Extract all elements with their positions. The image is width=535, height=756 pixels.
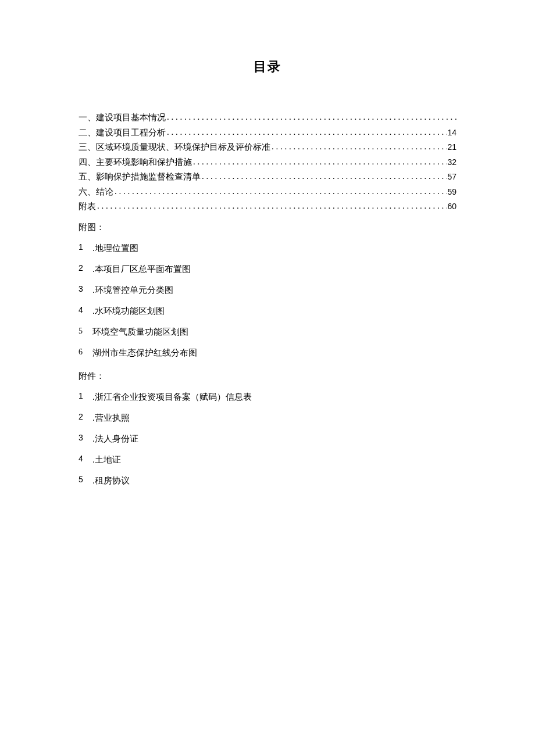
toc-label: 四、主要环境影响和保护措施 <box>79 155 192 170</box>
toc-label: 六、结论 <box>79 185 113 200</box>
table-of-contents: 一、建设项目基本情况 二、建设项目工程分析 14 三、区域环境质量现状、环境保护… <box>79 110 456 214</box>
toc-page-number: 57 <box>447 170 456 184</box>
document-page: 目录 一、建设项目基本情况 二、建设项目工程分析 14 三、区域环境质量现状、环… <box>0 0 535 491</box>
toc-entry: 四、主要环境影响和保护措施 32 <box>79 155 456 170</box>
toc-page-number: 32 <box>447 156 456 170</box>
list-item: 6 湖州市生态保护红线分布图 <box>79 342 456 363</box>
list-number: 5 <box>79 470 92 491</box>
toc-entry: 三、区域环境质量现状、环境保护目标及评价标准 21 <box>79 140 456 155</box>
toc-leader <box>166 110 456 125</box>
toc-leader <box>270 139 447 155</box>
toc-leader <box>201 169 447 184</box>
list-item: 3 .环境管控单元分类图 <box>79 280 456 300</box>
list-number: 1 <box>79 238 92 259</box>
list-text: .环境管控单元分类图 <box>92 280 456 300</box>
list-item: 1 .地理位置图 <box>79 238 456 259</box>
fujian-heading: 附件： <box>79 366 456 386</box>
list-text: .租房协议 <box>92 470 456 491</box>
toc-label: 五、影响保护措施监督检查清单 <box>79 170 201 185</box>
toc-leader <box>166 125 447 140</box>
list-number: 4 <box>79 300 92 321</box>
fujian-list: 1 .浙江省企业投资项目备案（赋码）信息表 2 .营业执照 3 .法人身份证 4… <box>79 386 456 491</box>
toc-label: 二、建设项目工程分析 <box>79 126 166 141</box>
futu-list: 1 .地理位置图 2 .本项目厂区总平面布置图 3 .环境管控单元分类图 4 .… <box>79 238 456 363</box>
toc-entry: 附表 60 <box>79 199 456 214</box>
list-item: 4 .土地证 <box>79 449 456 470</box>
toc-leader <box>192 155 447 170</box>
page-title: 目录 <box>79 58 456 76</box>
list-item: 1 .浙江省企业投资项目备案（赋码）信息表 <box>79 386 456 407</box>
toc-page-number: 14 <box>447 126 456 140</box>
list-text: .土地证 <box>92 449 456 470</box>
list-text: 环境空气质量功能区划图 <box>92 321 456 342</box>
toc-entry: 六、结论 59 <box>79 185 456 200</box>
toc-label: 附表 <box>79 199 96 214</box>
list-number: 3 <box>79 280 92 300</box>
list-text: .浙江省企业投资项目备案（赋码）信息表 <box>92 386 456 407</box>
list-text: .水环境功能区划图 <box>92 300 456 321</box>
list-text: .本项目厂区总平面布置图 <box>92 259 456 280</box>
list-text: .营业执照 <box>92 407 456 428</box>
list-number: 2 <box>79 259 92 280</box>
toc-entry: 五、影响保护措施监督检查清单 57 <box>79 170 456 185</box>
toc-entry: 二、建设项目工程分析 14 <box>79 126 456 141</box>
list-item: 2 .营业执照 <box>79 407 456 428</box>
toc-page-number: 60 <box>447 200 456 214</box>
list-number: 6 <box>79 342 92 363</box>
list-number: 2 <box>79 407 92 428</box>
list-item: 3 .法人身份证 <box>79 428 456 449</box>
toc-page-number: 21 <box>447 141 456 155</box>
list-text: .地理位置图 <box>92 238 456 259</box>
list-item: 5 环境空气质量功能区划图 <box>79 321 456 342</box>
toc-label: 三、区域环境质量现状、环境保护目标及评价标准 <box>79 140 270 155</box>
toc-label: 一、建设项目基本情况 <box>79 110 166 126</box>
toc-leader <box>96 199 447 214</box>
futu-heading: 附图： <box>79 217 456 238</box>
toc-page-number: 59 <box>447 185 456 199</box>
toc-leader <box>113 184 447 199</box>
toc-entry: 一、建设项目基本情况 <box>79 110 456 126</box>
list-number: 5 <box>79 321 92 342</box>
list-item: 4 .水环境功能区划图 <box>79 300 456 321</box>
list-item: 2 .本项目厂区总平面布置图 <box>79 259 456 280</box>
list-text: .法人身份证 <box>92 428 456 449</box>
list-number: 4 <box>79 449 92 470</box>
list-number: 3 <box>79 428 92 449</box>
list-number: 1 <box>79 386 92 407</box>
list-item: 5 .租房协议 <box>79 470 456 491</box>
list-text: 湖州市生态保护红线分布图 <box>92 342 456 363</box>
